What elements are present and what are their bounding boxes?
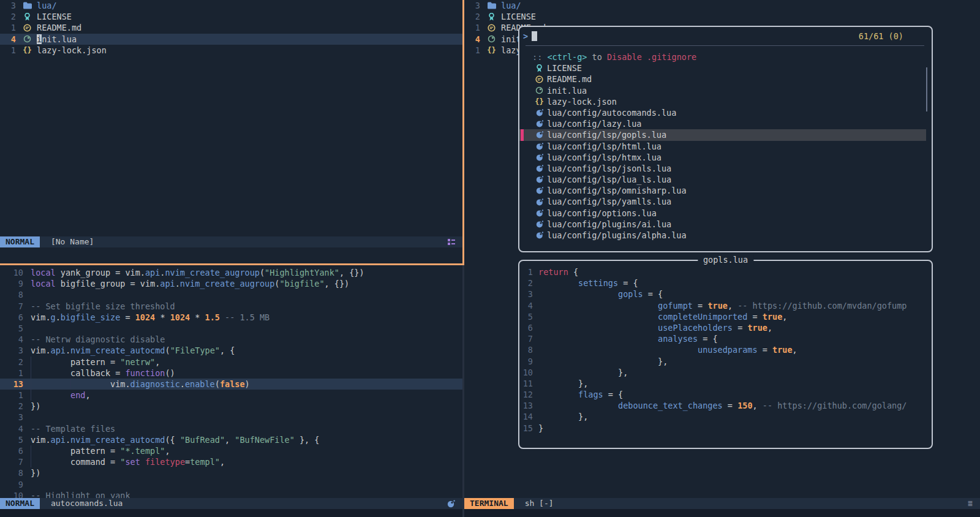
- line-number: 8: [519, 344, 533, 355]
- code-line[interactable]: 7 analyses = {: [519, 333, 932, 344]
- fzf-prompt[interactable]: > 61/61 (0): [519, 27, 932, 45]
- line-number: 11: [519, 378, 533, 389]
- result-item[interactable]: lua/config/autocomands.lua: [519, 107, 926, 118]
- code-line[interactable]: 15}: [519, 423, 932, 434]
- code-line[interactable]: 2}): [0, 401, 462, 412]
- lua-moon-icon: [535, 165, 543, 172]
- code-line[interactable]: 6 usePlaceholders = true,: [519, 322, 932, 333]
- code-line[interactable]: 13 debounce_text_changes = 150, -- https…: [519, 400, 932, 411]
- result-item[interactable]: init.lua: [519, 85, 926, 96]
- code-line[interactable]: 10local yank_group = vim.api.nvim_create…: [0, 267, 462, 278]
- file-row[interactable]: 3lua/: [0, 0, 462, 11]
- code-line[interactable]: 6 pattern = "*.templ",: [0, 445, 462, 456]
- code-text: vim.api.nvim_create_autocmd({ "BufRead",…: [31, 434, 319, 445]
- code-line[interactable]: 5: [0, 323, 462, 334]
- result-item[interactable]: lua/config/lsp/lua_ls.lua: [519, 174, 926, 185]
- indent-guide: [31, 368, 31, 379]
- result-item[interactable]: lua/config/lazy.lua: [519, 118, 926, 129]
- file-row[interactable]: 2LICENSE: [464, 11, 980, 22]
- line-number: 10: [519, 367, 533, 378]
- code-line[interactable]: 10-- Highlight on yank: [0, 490, 462, 498]
- code-line[interactable]: 5 completeUnimported = true,: [519, 311, 932, 322]
- line-number: 1: [519, 266, 533, 277]
- file-explorer-left[interactable]: 3lua/2LICENSE1README.md4init.lua1{}lazy-…: [0, 0, 462, 236]
- code-text: pattern = "netrw",: [31, 357, 160, 368]
- lua-moon-icon: [535, 221, 543, 228]
- code-text: return {: [538, 266, 578, 277]
- code-text: },: [538, 378, 588, 389]
- code-line[interactable]: 7 command = "set filetype=templ",: [0, 456, 462, 467]
- code-line[interactable]: 2 pattern = "netrw",: [0, 357, 462, 368]
- preview-title: gopls.lua: [698, 254, 753, 265]
- mode-badge: NORMAL: [0, 498, 40, 509]
- code-line[interactable]: 9local bigfile_group = vim.api.nvim_crea…: [0, 278, 462, 289]
- code-line[interactable]: 4 gofumpt = true, -- https://github.com/…: [519, 300, 932, 311]
- result-item[interactable]: README.md: [519, 74, 926, 85]
- result-item[interactable]: lua/config/plugins/alpha.lua: [519, 230, 926, 241]
- code-line[interactable]: 8}): [0, 467, 462, 478]
- code-line[interactable]: 4-- Netrw diagnostic disable: [0, 334, 462, 345]
- result-item[interactable]: lua/config/plugins/ai.lua: [519, 219, 926, 230]
- file-row[interactable]: 1{}lazy-lock.json: [0, 45, 462, 56]
- line-number: 1: [0, 368, 23, 379]
- file-row[interactable]: 3lua/: [464, 0, 980, 11]
- file-row[interactable]: 1README.md: [0, 22, 462, 33]
- lua-moon-icon: [535, 176, 543, 183]
- result-file-name: lua/config/autocomands.lua: [547, 107, 676, 118]
- result-item[interactable]: lua/config/lsp/htmx.lua: [519, 152, 926, 163]
- preview-code[interactable]: 1return {2 settings = {3 gopls = {4 gofu…: [519, 261, 932, 448]
- statusline-explorer: NORMAL [No Name]: [0, 236, 462, 247]
- lua-moon-icon: [535, 198, 543, 206]
- line-number: 2: [0, 11, 16, 22]
- result-item[interactable]: lua/config/lsp/html.lua: [519, 141, 926, 152]
- code-line[interactable]: 3 gopls = {: [519, 289, 932, 300]
- code-line[interactable]: 5vim.api.nvim_create_autocmd({ "BufRead"…: [0, 434, 462, 445]
- file-row[interactable]: 2LICENSE: [0, 11, 462, 22]
- code-line[interactable]: 4-- Template files: [0, 423, 462, 434]
- result-file-name: LICENSE: [547, 62, 582, 74]
- code-line[interactable]: 10 },: [519, 367, 932, 378]
- lua-moon-icon: [535, 154, 543, 161]
- code-line[interactable]: 14 },: [519, 411, 932, 422]
- file-row[interactable]: 4init.lua: [0, 34, 462, 45]
- line-number: 4: [0, 334, 23, 345]
- code-line[interactable]: 7-- Set bigfile size threshold: [0, 301, 462, 312]
- code-text: debounce_text_changes = 150, -- https://…: [538, 400, 907, 411]
- result-item[interactable]: {}lazy-lock.json: [519, 96, 926, 107]
- code-text: },: [538, 367, 628, 378]
- code-text: gopls = {: [538, 289, 663, 300]
- result-item[interactable]: lua/config/lsp/jsonls.lua: [519, 163, 926, 174]
- statusline-filename: sh [-]: [525, 498, 554, 509]
- code-line[interactable]: 3vim.api.nvim_create_autocmd("FileType",…: [0, 345, 462, 356]
- code-line[interactable]: 1 end,: [0, 390, 462, 401]
- result-item[interactable]: lua/config/lsp/omnisharp.lua: [519, 185, 926, 196]
- result-item[interactable]: lua/config/options.lua: [519, 208, 926, 219]
- file-name: lua/: [501, 0, 521, 11]
- results-scrollbar[interactable]: [926, 67, 927, 111]
- code-line[interactable]: 1return {: [519, 266, 932, 277]
- code-line[interactable]: 9 },: [519, 356, 932, 367]
- result-file-name: lua/config/lsp/htmx.lua: [547, 152, 662, 163]
- code-line[interactable]: 9: [0, 479, 462, 490]
- code-line[interactable]: 1 callback = function(): [0, 368, 462, 379]
- code-line[interactable]: 8: [0, 289, 462, 300]
- code-line[interactable]: 6vim.g.bigfile_size = 1024 * 1024 * 1.5 …: [0, 312, 462, 323]
- result-item[interactable]: lua/config/lsp/yamlls.lua: [519, 196, 926, 207]
- indent-guide: [31, 390, 31, 401]
- code-text: local yank_group = vim.api.nvim_create_a…: [31, 267, 364, 278]
- code-text: pattern = "*.templ",: [31, 445, 170, 456]
- code-line[interactable]: 12 flags = {: [519, 389, 932, 400]
- code-line[interactable]: 8 unusedparams = true,: [519, 344, 932, 355]
- indent-guide: [31, 456, 31, 467]
- statusline-code: NORMAL autocomands.lua: [0, 498, 462, 509]
- result-item-selected[interactable]: lua/config/lsp/gopls.lua: [519, 129, 926, 140]
- code-buffer-autocomands[interactable]: 10local yank_group = vim.api.nvim_create…: [0, 265, 462, 498]
- line-number: 3: [0, 0, 16, 11]
- code-line[interactable]: 11 },: [519, 378, 932, 389]
- code-line[interactable]: 13 vim.diagnostic.enable(false): [0, 379, 462, 390]
- code-line[interactable]: 3: [0, 412, 462, 423]
- result-item[interactable]: LICENSE: [519, 62, 926, 74]
- code-line[interactable]: 2 settings = {: [519, 277, 932, 289]
- code-text: }): [31, 401, 40, 412]
- lua-moon-icon: [535, 187, 543, 194]
